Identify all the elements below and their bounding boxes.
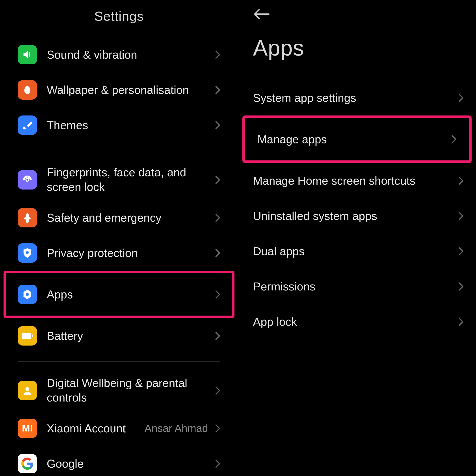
chevron-right-icon [458, 176, 464, 185]
speaker-icon [18, 45, 37, 64]
settings-item-label: Wallpaper & personalisation [47, 83, 212, 97]
divider [18, 361, 220, 362]
chevron-right-icon [215, 331, 220, 340]
chevron-right-icon [215, 85, 220, 94]
apps-item-app-lock[interactable]: App lock [238, 304, 476, 339]
person-icon [18, 381, 37, 400]
settings-item-finger[interactable]: Fingerprints, face data, and screen lock [0, 159, 238, 200]
svg-rect-3 [22, 333, 31, 339]
apps-item-label: App lock [253, 315, 458, 329]
settings-item-label: Fingerprints, face data, and screen lock [47, 165, 212, 194]
chevron-right-icon [215, 424, 220, 433]
apps-item-dual-apps[interactable]: Dual apps [238, 234, 476, 269]
brush-icon [18, 116, 37, 135]
svg-rect-4 [32, 335, 33, 337]
highlight-manage-apps: Manage apps [242, 116, 472, 163]
chevron-right-icon [215, 175, 220, 184]
settings-item-label: Google [47, 457, 212, 471]
chevron-right-icon [215, 121, 220, 130]
settings-item-xiaomi[interactable]: MIXiaomi AccountAnsar Ahmad [0, 411, 238, 446]
batt-icon [18, 326, 37, 345]
chevron-right-icon [215, 459, 220, 468]
shield-icon [18, 243, 37, 263]
fprint-icon [18, 170, 37, 189]
settings-item-safety[interactable]: Safety and emergency [0, 200, 238, 235]
divider [18, 151, 220, 151]
apps-item-label: Manage Home screen shortcuts [253, 174, 458, 188]
settings-item-sound[interactable]: Sound & vibration [0, 37, 238, 72]
settings-item-label: Sound & vibration [47, 48, 212, 62]
apps-item-manage-apps[interactable]: Manage apps [250, 122, 461, 157]
highlight-apps: Apps [3, 271, 235, 318]
settings-item-label: Battery [47, 329, 212, 343]
chevron-right-icon [215, 290, 220, 299]
chevron-right-icon [458, 282, 464, 291]
apps-title: Apps [238, 20, 476, 80]
settings-item-label: Themes [47, 118, 212, 133]
settings-item-label: Apps [47, 287, 212, 302]
settings-item-label: Safety and emergency [47, 211, 212, 225]
settings-item-wall[interactable]: Wallpaper & personalisation [0, 72, 238, 107]
settings-pane: Settings Sound & vibrationWallpaper & pe… [0, 0, 238, 476]
apps-item-label: Uninstalled system apps [253, 209, 458, 223]
chevron-right-icon [215, 213, 220, 222]
apps-pane: Apps System app settingsManage appsManag… [238, 0, 476, 476]
settings-item-google[interactable]: Google [0, 446, 238, 476]
svg-point-5 [25, 387, 29, 391]
apps-item-manage-shortcuts[interactable]: Manage Home screen shortcuts [238, 163, 476, 198]
settings-item-label: Privacy protection [47, 246, 212, 260]
apps-item-permissions[interactable]: Permissions [238, 269, 476, 304]
svg-point-0 [26, 178, 29, 181]
secondary-text: Ansar Ahmad [145, 422, 208, 435]
apps-item-label: Manage apps [257, 132, 451, 147]
back-button[interactable] [238, 0, 476, 20]
chevron-right-icon [215, 50, 220, 59]
settings-item-themes[interactable]: Themes [0, 107, 238, 143]
apps-item-uninstalled[interactable]: Uninstalled system apps [238, 198, 476, 234]
chevron-right-icon [458, 247, 464, 256]
settings-item-battery[interactable]: Battery [0, 318, 238, 354]
settings-item-apps[interactable]: Apps [18, 277, 220, 312]
chevron-right-icon [451, 135, 457, 144]
mi-icon: MI [18, 419, 37, 438]
svg-point-2 [26, 293, 29, 296]
chevron-right-icon [458, 212, 464, 220]
apps-item-label: System app settings [253, 91, 458, 105]
chevron-right-icon [458, 93, 464, 102]
svg-point-1 [26, 251, 29, 254]
gearhex-icon [18, 285, 37, 304]
google-icon [18, 454, 37, 473]
apps-item-label: Permissions [253, 279, 458, 294]
leaf-icon [18, 80, 37, 100]
chevron-right-icon [458, 317, 464, 326]
apps-item-system-app-settings[interactable]: System app settings [238, 80, 476, 116]
chevron-right-icon [215, 386, 220, 395]
settings-item-privacy[interactable]: Privacy protection [0, 235, 238, 271]
back-arrow-icon [253, 8, 271, 20]
alert-icon [18, 208, 37, 227]
apps-item-label: Dual apps [253, 244, 458, 258]
settings-title: Settings [0, 0, 238, 37]
settings-item-label: Xiaomi Account [47, 421, 145, 436]
chevron-right-icon [215, 249, 220, 257]
settings-item-dwb[interactable]: Digital Wellbeing & parental controls [0, 370, 238, 411]
settings-item-label: Digital Wellbeing & parental controls [47, 376, 212, 405]
